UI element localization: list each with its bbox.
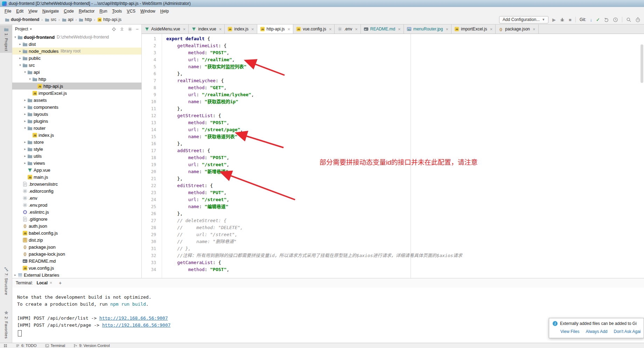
notification-action-view-files[interactable]: View Files xyxy=(560,329,579,334)
hide-panel-icon[interactable]: − xyxy=(136,26,139,32)
menu-item-window[interactable]: Window xyxy=(138,8,158,15)
tree-item-store[interactable]: ▸store xyxy=(12,139,141,145)
tree-item-public[interactable]: ▸public xyxy=(12,55,141,62)
code-line[interactable]: //注释：所有用到删除的接口都需要拼接变量id，所以请求方式采用了挂载在原型链上… xyxy=(166,252,644,259)
tree-item-babel-config-js[interactable]: JSbabel.config.js xyxy=(12,229,141,236)
notification-action-don-t-ask-agai[interactable]: Don't Ask Agai xyxy=(614,329,641,334)
code-line[interactable]: method: "POST", xyxy=(166,49,644,56)
tree-item-eslintrc-js[interactable]: .eslintrc.js xyxy=(12,208,141,215)
breadcrumb-item-http[interactable]: http xyxy=(78,17,92,22)
chevron-down-icon[interactable]: ▾ xyxy=(23,70,27,74)
tree-item-duoji-frontend[interactable]: ▾duoji-frontendD:\zheheWeb\duoji-fronten… xyxy=(12,34,141,41)
new-terminal-session-icon[interactable]: + xyxy=(59,280,62,286)
menu-item-help[interactable]: Help xyxy=(158,8,172,15)
chevron-down-icon[interactable]: ▾ xyxy=(18,63,22,67)
project-panel-title[interactable]: Project xyxy=(15,27,28,31)
tree-item-dist[interactable]: ▸dist xyxy=(12,41,141,48)
code-line[interactable]: }, xyxy=(166,210,644,217)
tree-item-auth-json[interactable]: {}auth.json xyxy=(12,222,141,229)
close-icon[interactable]: × xyxy=(219,27,222,32)
tree-item-browserslistrc[interactable]: .browserslistrc xyxy=(12,180,141,187)
run-icon[interactable]: ▶ xyxy=(552,17,556,22)
search-everywhere-icon[interactable] xyxy=(626,17,631,22)
menu-item-edit[interactable]: Edit xyxy=(14,8,26,15)
chevron-right-icon[interactable]: ▸ xyxy=(23,105,27,109)
tab-menurouter-jpg[interactable]: menuRouter.jpg× xyxy=(404,24,451,34)
menu-item-file[interactable]: File xyxy=(2,8,14,15)
code-line[interactable]: method: "POST", xyxy=(166,119,644,126)
tab-readme-md[interactable]: MREADME.md× xyxy=(361,24,404,34)
status-item-6-todo[interactable]: 6: TODO xyxy=(16,343,37,348)
close-icon[interactable]: × xyxy=(446,27,448,32)
code-line[interactable]: getRealTimeList: { xyxy=(166,42,644,49)
code-line[interactable]: // name: "删除巷道" xyxy=(166,238,644,245)
tree-item-main-js[interactable]: JSmain.js xyxy=(12,173,141,180)
tree-item-package-json[interactable]: {}package.json xyxy=(12,243,141,250)
breadcrumb-item-api[interactable]: api xyxy=(61,17,74,22)
editor-scrollbar[interactable] xyxy=(640,44,643,83)
menu-item-navigate[interactable]: Navigate xyxy=(40,8,61,15)
tree-item-node-modules[interactable]: ▸node_moduleslibrary root xyxy=(12,48,141,55)
close-icon[interactable]: × xyxy=(288,27,290,32)
code-line[interactable]: }, xyxy=(166,70,644,77)
tool-button-favorites[interactable]: 2: Favorites xyxy=(0,308,12,340)
tool-windows-toggle-icon[interactable] xyxy=(4,344,7,348)
tree-item-env[interactable]: .env xyxy=(12,194,141,201)
tree-item-router[interactable]: ▾router xyxy=(12,125,141,132)
code-line[interactable]: realTimeLychee: { xyxy=(166,77,644,84)
code-line[interactable]: export default { xyxy=(166,35,644,42)
close-icon[interactable]: × xyxy=(398,27,401,32)
editor-body[interactable]: 1234567891011121314151617181920212223242… xyxy=(142,34,644,278)
notification-action-always-add[interactable]: Always Add xyxy=(586,329,607,334)
code-line[interactable]: // }, xyxy=(166,245,644,252)
chevron-down-icon[interactable]: ▼ xyxy=(29,28,32,31)
tree-item-editorconfig[interactable]: .editorconfig xyxy=(12,187,141,194)
code-line[interactable]: getCameraList: { xyxy=(166,259,644,266)
code-line[interactable]: name: "获取荔枝的ip" xyxy=(166,98,644,105)
chevron-right-icon[interactable]: ▸ xyxy=(23,154,27,158)
chevron-right-icon[interactable]: ▸ xyxy=(23,140,27,144)
menu-item-tools[interactable]: Tools xyxy=(110,8,124,15)
git-commit-icon[interactable]: ✓ xyxy=(596,17,600,22)
tree-item-components[interactable]: ▸components xyxy=(12,104,141,111)
tree-item-env-prod[interactable]: .env.prod xyxy=(12,201,141,208)
status-item-9-version-control[interactable]: 9: Version Control xyxy=(74,343,110,348)
stop-icon[interactable]: ■ xyxy=(569,17,572,22)
code-line[interactable]: url: "/realTime/lychee", xyxy=(166,91,644,98)
close-icon[interactable]: × xyxy=(533,27,536,32)
tree-item-assets[interactable]: ▸assets xyxy=(12,97,141,104)
tree-item-gitignore[interactable]: .gitignore xyxy=(12,215,141,222)
breadcrumb-item-src[interactable]: src xyxy=(44,17,57,22)
tree-item-style[interactable]: ▸style xyxy=(12,145,141,152)
git-update-icon[interactable]: ↓ xyxy=(590,17,593,22)
close-icon[interactable]: × xyxy=(251,27,254,32)
tab-http-api-js[interactable]: JShttp-api.js× xyxy=(257,24,294,34)
chevron-down-icon[interactable]: ▾ xyxy=(28,77,32,81)
code-line[interactable]: getStreetList: { xyxy=(166,112,644,119)
add-configuration-button[interactable]: Add Configuration...▼ xyxy=(499,16,548,23)
code-line[interactable]: // url: "/street", xyxy=(166,231,644,238)
gear-icon[interactable] xyxy=(128,27,132,31)
close-icon[interactable]: × xyxy=(329,27,332,32)
menu-item-vcs[interactable]: VCS xyxy=(124,8,138,15)
chevron-right-icon[interactable]: ▸ xyxy=(23,98,27,102)
tree-item-dist-zip[interactable]: dist.zip xyxy=(12,236,141,243)
code-line[interactable]: method: "GET", xyxy=(166,84,644,91)
tree-item-http[interactable]: ▾http xyxy=(12,76,141,83)
tree-item-utils[interactable]: ▸utils xyxy=(12,152,141,159)
close-icon[interactable]: × xyxy=(50,280,52,285)
code-line[interactable]: name: "新增巷道" xyxy=(166,168,644,175)
collapse-all-icon[interactable] xyxy=(120,27,124,31)
tree-item-views[interactable]: ▸views xyxy=(12,159,141,166)
tab-importexcel-js[interactable]: JSimportExcel.js× xyxy=(451,24,496,34)
tree-item-index-js[interactable]: JSindex.js xyxy=(12,132,141,139)
tree-item-http-api-js[interactable]: JShttp-api.js xyxy=(12,83,141,90)
menu-item-view[interactable]: View xyxy=(26,8,40,15)
tree-item-plugins[interactable]: ▸plugins xyxy=(12,118,141,125)
tree-item-package-lock-json[interactable]: {}package-lock.json xyxy=(12,250,141,257)
code-line[interactable]: method: "POST", xyxy=(166,266,644,273)
code-line[interactable]: url: "/street", xyxy=(166,196,644,203)
chevron-down-icon[interactable]: ▾ xyxy=(13,35,18,39)
breadcrumb-item-http-api-js[interactable]: JShttp-api.js xyxy=(97,17,122,22)
tree-item-layouts[interactable]: ▸layouts xyxy=(12,111,141,118)
